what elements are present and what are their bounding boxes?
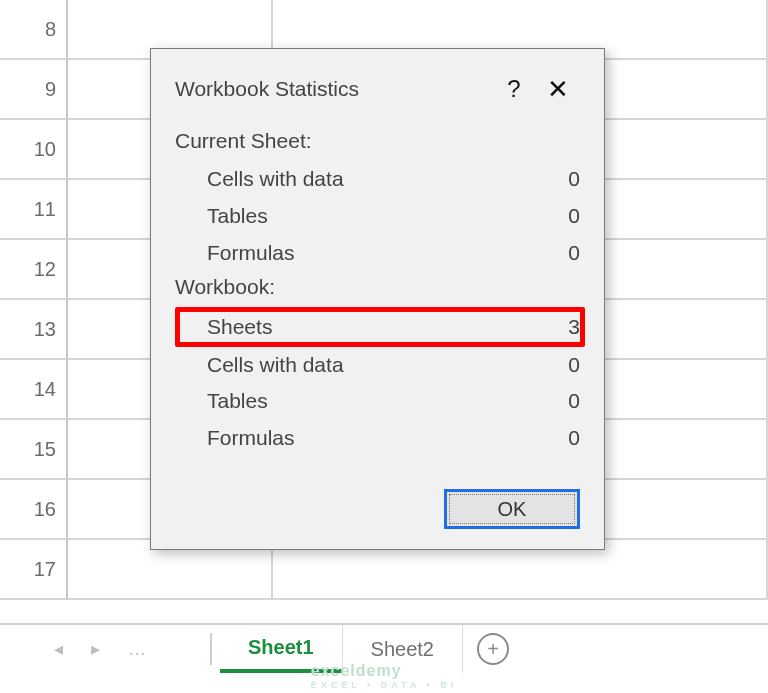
stat-value: 0 [568, 420, 580, 457]
row-header[interactable]: 9 [0, 60, 68, 120]
stat-label: Cells with data [207, 347, 344, 384]
row-header[interactable]: 8 [0, 0, 68, 60]
stat-label: Formulas [207, 420, 295, 457]
stat-label: Tables [207, 198, 268, 235]
row-headers: 8 9 10 11 12 13 14 15 16 17 [0, 0, 68, 693]
stat-value: 0 [568, 347, 580, 384]
watermark-brand: exceldemy [311, 662, 402, 679]
stat-value: 0 [568, 161, 580, 198]
stat-value: 0 [568, 198, 580, 235]
stat-formulas-sheet: Formulas 0 [175, 235, 580, 272]
stat-tables-sheet: Tables 0 [175, 198, 580, 235]
row-header[interactable]: 15 [0, 420, 68, 480]
stat-value: 0 [568, 383, 580, 420]
workbook-statistics-dialog: Workbook Statistics ? ✕ Current Sheet: C… [150, 48, 605, 550]
stat-value: 3 [568, 312, 580, 341]
help-button[interactable]: ? [492, 75, 536, 103]
current-sheet-heading: Current Sheet: [175, 129, 580, 153]
watermark: exceldemy EXCEL • DATA • BI [311, 662, 457, 690]
stat-label: Cells with data [207, 161, 344, 198]
dialog-title: Workbook Statistics [175, 77, 492, 101]
tab-separator [200, 625, 220, 673]
stat-formulas-workbook: Formulas 0 [175, 420, 580, 457]
stat-cells-with-data-sheet: Cells with data 0 [175, 161, 580, 198]
stat-value: 0 [568, 235, 580, 272]
row-header[interactable]: 12 [0, 240, 68, 300]
dialog-footer: OK [444, 489, 580, 529]
plus-icon: + [477, 633, 509, 665]
row-header[interactable]: 14 [0, 360, 68, 420]
ok-button[interactable]: OK [444, 489, 580, 529]
row-header[interactable]: 16 [0, 480, 68, 540]
nav-prev-icon[interactable]: ◂ [54, 638, 63, 660]
stat-sheets-workbook: Sheets 3 [175, 307, 585, 346]
nav-next-icon[interactable]: ▸ [91, 638, 100, 660]
stat-label: Sheets [207, 312, 272, 341]
stat-label: Tables [207, 383, 268, 420]
new-sheet-button[interactable]: + [463, 625, 523, 673]
row-header[interactable]: 13 [0, 300, 68, 360]
stat-cells-with-data-workbook: Cells with data 0 [175, 347, 580, 384]
workbook-heading: Workbook: [175, 275, 580, 299]
sheet-nav: ◂ ▸ … [0, 625, 200, 673]
row-header[interactable]: 11 [0, 180, 68, 240]
stat-label: Formulas [207, 235, 295, 272]
row-header[interactable]: 10 [0, 120, 68, 180]
stat-tables-workbook: Tables 0 [175, 383, 580, 420]
nav-ellipsis-icon[interactable]: … [128, 639, 146, 660]
close-button[interactable]: ✕ [536, 74, 580, 105]
watermark-tagline: EXCEL • DATA • BI [311, 680, 457, 690]
row-header[interactable]: 17 [0, 540, 68, 600]
dialog-titlebar: Workbook Statistics ? ✕ [175, 67, 580, 111]
